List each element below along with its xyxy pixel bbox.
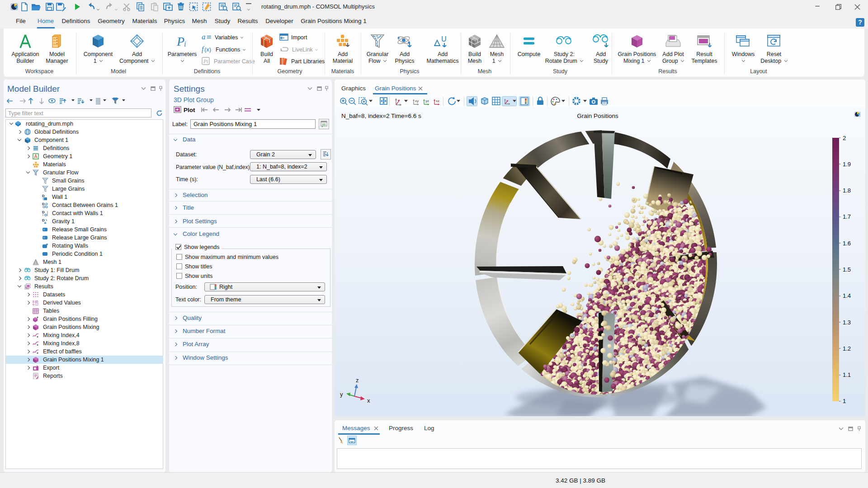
svg-text:P: P xyxy=(176,34,184,48)
svg-text:1.5: 1.5 xyxy=(843,266,851,273)
svg-text:1.3: 1.3 xyxy=(843,319,851,326)
svg-text:1.4: 1.4 xyxy=(843,292,851,299)
svg-text:1: 1 xyxy=(843,398,846,404)
svg-text:e-12: e-12 xyxy=(33,303,38,306)
svg-text:a: a xyxy=(202,33,206,41)
svg-text:(x): (x) xyxy=(204,46,211,53)
svg-text:Pi: Pi xyxy=(203,58,208,65)
svg-text:D: D xyxy=(42,194,45,198)
svg-text:1.9: 1.9 xyxy=(843,161,851,168)
svg-text:x: x xyxy=(367,397,370,404)
svg-text:2: 2 xyxy=(843,135,846,141)
svg-text:U: U xyxy=(441,35,447,43)
svg-text:D: D xyxy=(42,218,45,222)
svg-text:xy: xy xyxy=(415,99,419,103)
svg-text:D: D xyxy=(42,210,45,214)
svg-text:N_baf=8, index=2 Time=6.6 s: N_baf=8, index=2 Time=6.6 s xyxy=(341,113,421,119)
svg-text:i: i xyxy=(184,40,186,48)
svg-text:1.2: 1.2 xyxy=(843,345,851,352)
svg-text:1.7: 1.7 xyxy=(843,213,851,220)
svg-text:xz: xz xyxy=(436,99,439,103)
svg-text:yz: yz xyxy=(425,99,429,103)
svg-text:D: D xyxy=(42,202,45,206)
svg-text:1.1: 1.1 xyxy=(843,371,851,378)
svg-text:Grain Positions: Grain Positions xyxy=(577,113,618,119)
svg-text:1.6: 1.6 xyxy=(843,240,851,247)
svg-text:y: y xyxy=(340,391,343,398)
svg-text:1.8: 1.8 xyxy=(843,187,851,194)
svg-text:z: z xyxy=(356,377,359,384)
